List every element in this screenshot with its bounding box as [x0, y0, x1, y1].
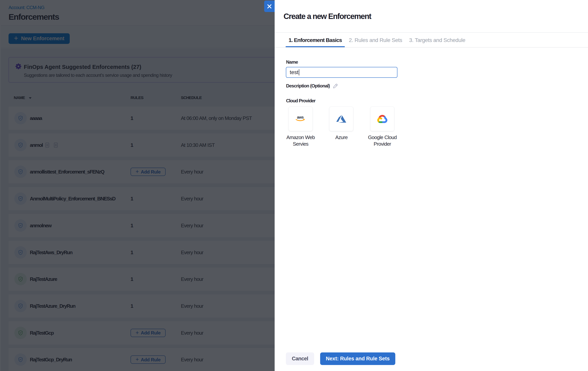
svg-text:aws: aws — [297, 116, 304, 119]
